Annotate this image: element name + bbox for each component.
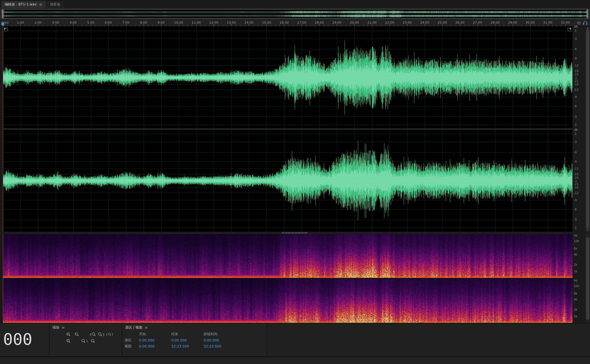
magnifier-icon bbox=[91, 332, 96, 337]
hz-scale-label: 6k bbox=[574, 292, 577, 295]
ruler-tickmark bbox=[460, 24, 460, 26]
db-scale-label: -21 bbox=[574, 79, 578, 82]
vertical-scrollbar-thumb[interactable] bbox=[586, 30, 589, 228]
db-scale-label: -15 bbox=[574, 83, 578, 86]
hz-scale-label: 10k bbox=[574, 284, 579, 288]
hz-scale-label: 1k bbox=[574, 270, 577, 273]
db-scale-label: -15 bbox=[574, 186, 578, 189]
selview-time-value[interactable]: 0:00.000 bbox=[204, 337, 240, 343]
selection-view-panel: 选区 / 视图 ≡ 开始结束持续时间选区0:00.0000:00.0000:00… bbox=[122, 323, 266, 356]
db-scale-label: -3 bbox=[574, 115, 577, 118]
ruler-tickmark bbox=[548, 24, 548, 26]
db-scale-label: -6 bbox=[574, 48, 577, 51]
ruler-tickmark bbox=[161, 24, 161, 26]
vertical-scrollbar[interactable]: ▲ ▼ bbox=[585, 27, 590, 232]
corner-grip-topleft-icon[interactable] bbox=[4, 28, 8, 31]
zoom-full-button[interactable]: · bbox=[89, 338, 97, 344]
spectral-scrollbar-thumb[interactable] bbox=[586, 237, 589, 319]
overview-left-handle[interactable] bbox=[2, 10, 3, 18]
zoom-buttons: +−{}()□)· bbox=[50, 331, 122, 344]
ruler-tickmark bbox=[354, 24, 355, 26]
svg-text:−: − bbox=[76, 333, 77, 335]
headphone-icon[interactable] bbox=[583, 21, 588, 25]
panel-menu-icon[interactable]: ≡ bbox=[39, 3, 42, 6]
selview-time-value[interactable]: 0:00.000 bbox=[139, 343, 171, 349]
zoom-in-time-button[interactable]: + bbox=[65, 331, 72, 337]
db-scale-label: -1 bbox=[574, 29, 577, 32]
playhead-marker[interactable] bbox=[1, 22, 5, 26]
selection-panel-menu-icon[interactable]: ≡ bbox=[145, 326, 148, 329]
zoom-panel: 缩放 ≡ +−{}()□)· bbox=[50, 323, 122, 356]
hz-scale[interactable]: Hz10k6k4k2k1kHz10k6k4k2k1k bbox=[572, 234, 585, 323]
selview-row-label: 视图 bbox=[125, 343, 139, 349]
ruler-tickmark bbox=[407, 24, 407, 26]
hz-scale-label: Hz bbox=[574, 279, 578, 282]
db-scale-label: -12 bbox=[574, 64, 578, 67]
zoom-out-point-button[interactable]: ) bbox=[81, 338, 88, 344]
editor-left-gutter bbox=[0, 27, 3, 232]
ruler-tickmark bbox=[126, 24, 126, 26]
zoom-to-in-point-button[interactable]: { bbox=[89, 331, 97, 337]
waveform-area[interactable] bbox=[3, 27, 572, 232]
bottom-bar: 0:00.000 缩放 ≡ +−{}()□)· 选区 / 视图 ≡ 开始结束持续… bbox=[0, 323, 590, 357]
ruler-tickmark bbox=[20, 24, 21, 26]
hz-scale-label: 2k bbox=[574, 263, 577, 266]
overview-navigator[interactable] bbox=[2, 9, 588, 18]
db-scale-label: -3 bbox=[574, 140, 577, 144]
db-scale-label: -1 bbox=[574, 132, 577, 135]
timeline-ruler[interactable]: hms 1:002:003:004:005:006:007:008:009:00… bbox=[0, 20, 590, 27]
selview-time-value[interactable]: 32:23.500 bbox=[171, 343, 204, 349]
zoom-panel-menu-icon[interactable]: ≡ bbox=[62, 326, 65, 329]
selview-corner bbox=[125, 331, 139, 337]
selview-time-value[interactable]: 0:00.000 bbox=[139, 337, 171, 343]
circle-crosshair-icon[interactable] bbox=[577, 21, 581, 25]
selview-time-value[interactable]: 0:00.000 bbox=[171, 337, 204, 343]
db-scale-label: -1 bbox=[574, 226, 577, 229]
zoom-to-selection-button[interactable]: □ bbox=[65, 338, 72, 344]
time-display[interactable]: 0:00.000 bbox=[0, 330, 32, 348]
db-scale-label: dB bbox=[574, 128, 578, 131]
zoom-in-out-points-button[interactable]: () bbox=[106, 331, 113, 337]
waveform-canvas[interactable] bbox=[3, 27, 572, 232]
ruler-tickmark bbox=[196, 24, 197, 26]
zoom-to-out-point-button[interactable]: } bbox=[97, 331, 105, 337]
svg-text:□: □ bbox=[67, 339, 69, 342]
db-scale-label: -15 bbox=[574, 69, 578, 73]
magnifier-icon bbox=[81, 339, 86, 343]
spectral-left-gutter bbox=[0, 234, 3, 323]
overview-wrap bbox=[0, 8, 590, 20]
corner-grip-topright-icon[interactable] bbox=[568, 28, 571, 31]
ruler-tickmark bbox=[231, 24, 232, 26]
magnifier-icon: □ bbox=[66, 339, 71, 343]
ruler-tickmark bbox=[144, 24, 144, 26]
db-scale-label: -6 bbox=[574, 105, 577, 108]
playhead-line[interactable] bbox=[3, 27, 3, 232]
tab-mixer[interactable]: 混音器 bbox=[46, 1, 64, 8]
db-scale-label: -6 bbox=[574, 208, 577, 211]
spectral-display: Hz10k6k4k2k1kHz10k6k4k2k1k bbox=[0, 234, 590, 323]
db-scale-label: -21 bbox=[574, 73, 578, 76]
ruler-tickmark bbox=[319, 24, 320, 26]
spectral-playhead-line[interactable] bbox=[3, 234, 3, 323]
splitter-grip[interactable] bbox=[282, 232, 308, 233]
spectrogram-canvas[interactable] bbox=[3, 234, 572, 323]
overview-right-handle[interactable] bbox=[587, 10, 588, 18]
magnifier-icon: · bbox=[91, 339, 95, 343]
overview-waveform-canvas[interactable] bbox=[2, 10, 587, 18]
ruler-tickmark bbox=[214, 24, 214, 26]
ruler-ticks[interactable]: hms 1:002:003:004:005:006:007:008:009:00… bbox=[0, 20, 572, 26]
ruler-tickmark bbox=[266, 24, 267, 26]
zoom-out-time-button[interactable]: − bbox=[73, 331, 80, 337]
scroll-down-icon[interactable]: ▼ bbox=[585, 229, 590, 231]
selection-panel-title: 选区 / 视图 bbox=[125, 325, 142, 330]
spectral-vertical-scrollbar[interactable] bbox=[585, 234, 590, 323]
selview-column-header: 持续时间 bbox=[204, 331, 240, 337]
spectral-area[interactable] bbox=[3, 234, 572, 323]
db-scale[interactable]: dB-1-3-6-9-12-15-21-∞-21-15-12-9-6-3-1dB… bbox=[572, 27, 585, 232]
scroll-up-icon[interactable]: ▲ bbox=[585, 27, 590, 29]
db-scale-label: -12 bbox=[574, 88, 578, 91]
tab-editor[interactable]: 编辑器 : BT1-1.wav ≡ bbox=[1, 1, 46, 8]
wave-spectral-splitter[interactable] bbox=[0, 232, 590, 234]
selview-time-value[interactable]: 32:23.500 bbox=[204, 343, 240, 349]
magnifier-icon bbox=[98, 332, 103, 337]
